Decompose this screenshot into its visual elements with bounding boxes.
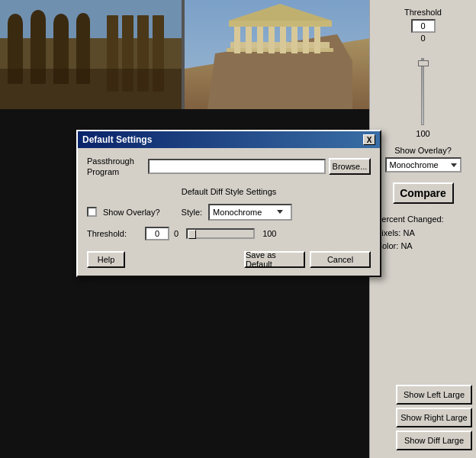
left-image [0,0,182,109]
compare-button[interactable]: Compare [393,182,454,204]
slider-thumb [188,230,196,239]
save-as-default-button[interactable]: Save as Default [244,251,305,268]
svg-point-8 [31,10,46,28]
dialog-titlebar: Default Settings X [78,131,380,148]
svg-rect-26 [291,24,298,53]
threshold-dialog-input[interactable]: 0 [145,227,169,240]
threshold-slider[interactable] [186,228,255,239]
right-panel: Threshold 0 0 100 Show Overlay? Monochro… [369,0,476,458]
style-label: Style: [182,208,203,217]
dialog-close-button[interactable]: X [363,134,375,145]
show-overlay-section: Show Overlay? Monochrome [370,142,476,176]
image-strip [0,0,369,109]
threshold-section: Threshold 0 0 [370,4,476,50]
cancel-button[interactable]: Cancel [310,251,371,268]
left-image-svg [0,0,182,109]
v-slider-track [421,58,424,125]
passthrough-input[interactable] [148,159,326,174]
svg-point-10 [76,13,90,30]
right-image-svg [185,0,369,109]
style-selector-dropdown[interactable]: Monochrome [385,157,462,173]
passthrough-label: PassthroughProgram [87,156,148,178]
show-overlay-label: Show Overlay? [394,146,452,155]
svg-rect-22 [246,25,252,53]
browse-button[interactable]: Browse... [329,158,371,175]
show-right-large-button[interactable]: Show Right Large [396,408,472,427]
threshold-dialog-row: Threshold: 0 0 100 [87,227,371,240]
threshold-display-value: 0 [420,34,425,43]
dropdown-arrow-icon [277,210,283,214]
svg-rect-21 [234,27,240,53]
percent-changed-label: Percent Changed: [376,213,470,227]
passthrough-row: PassthroughProgram Browse... [87,156,371,178]
show-overlay-label: Show Overlay? [103,208,160,217]
right-image [185,0,369,109]
svg-rect-27 [303,25,309,53]
svg-point-9 [53,14,69,32]
dialog: Default Settings X PassthroughProgram Br… [76,130,381,277]
style-dropdown[interactable]: Monochrome [208,204,292,221]
dialog-title: Default Settings [82,134,152,145]
diff-overlay-row: Show Overlay? Style: Monochrome [87,204,371,221]
bottom-buttons: Show Left Large Show Right Large Show Di… [396,385,472,450]
v-slider-thumb [418,60,429,66]
threshold-dialog-label: Threshold: [87,229,140,238]
threshold-input[interactable]: 0 [411,19,436,33]
svg-point-7 [8,14,23,32]
stats-section: Percent Changed: Pixels: NA Color: NA [370,210,476,256]
show-left-large-button[interactable]: Show Left Large [396,385,472,405]
threshold-dialog-display: 0 [174,229,178,238]
dialog-buttons: Help Save as Default Cancel [87,251,371,268]
threshold-max-label: 100 [262,229,276,238]
dialog-content: PassthroughProgram Browse... Default Dif… [78,148,380,276]
show-overlay-checkbox[interactable] [87,207,97,217]
svg-rect-29 [229,21,332,27]
svg-rect-25 [280,24,286,53]
slider-max-label: 100 [416,129,429,138]
left-panel: Default Settings X PassthroughProgram Br… [0,0,369,458]
help-button[interactable]: Help [87,251,125,268]
style-dropdown-arrow-icon [451,163,457,167]
color-stat: Color: NA [376,240,470,253]
svg-rect-24 [269,24,275,53]
main-container: Default Settings X PassthroughProgram Br… [0,0,476,458]
svg-rect-15 [0,69,182,109]
show-diff-large-button[interactable]: Show Diff Large [396,431,472,450]
svg-rect-28 [314,27,320,53]
diff-section-title: Default Diff Style Settings [87,187,371,196]
svg-rect-23 [257,24,263,53]
threshold-label: Threshold [404,8,442,17]
vertical-slider[interactable]: 100 [416,54,429,138]
pixels-stat: Pixels: NA [376,227,470,240]
